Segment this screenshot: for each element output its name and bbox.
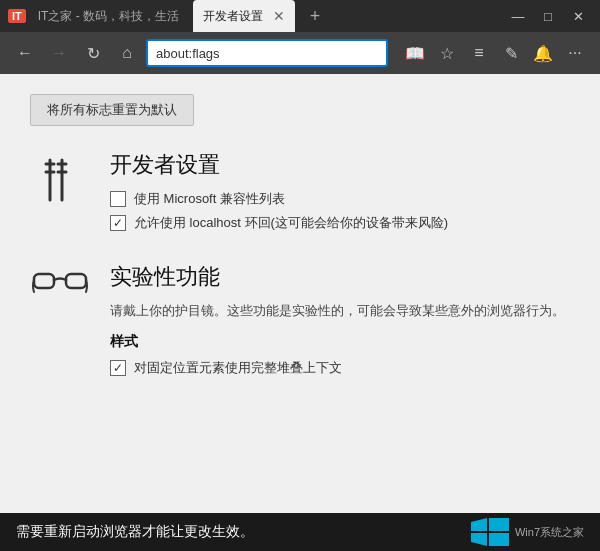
reset-flags-button[interactable]: 将所有标志重置为默认 bbox=[30, 94, 194, 126]
localhost-checkbox-row[interactable]: 允许使用 localhost 环回(这可能会给你的设备带来风险) bbox=[110, 214, 570, 232]
notes-button[interactable]: ✎ bbox=[496, 38, 526, 68]
back-button[interactable]: ← bbox=[10, 38, 40, 68]
active-tab[interactable]: 开发者设置 ✕ bbox=[193, 0, 295, 32]
inactive-tab[interactable]: IT之家 - 数码，科技，生活 bbox=[30, 0, 187, 32]
more-button[interactable]: ··· bbox=[560, 38, 590, 68]
compat-checkbox-row[interactable]: 使用 Microsoft 兼容性列表 bbox=[110, 190, 570, 208]
share-button[interactable]: 🔔 bbox=[528, 38, 558, 68]
nav-bar: ← → ↻ ⌂ about:flags 📖 ☆ ≡ ✎ 🔔 ··· bbox=[0, 32, 600, 74]
address-text: about:flags bbox=[156, 46, 220, 61]
favorites-button[interactable]: ☆ bbox=[432, 38, 462, 68]
address-bar[interactable]: about:flags bbox=[146, 39, 388, 67]
title-bar-left: IT IT之家 - 数码，科技，生活 bbox=[8, 0, 187, 32]
stack-checkbox[interactable] bbox=[110, 360, 126, 376]
svg-rect-7 bbox=[66, 274, 86, 288]
status-bar: 需要重新启动浏览器才能让更改生效。 Win7系统之家 bbox=[0, 513, 600, 551]
compat-checkbox-label: 使用 Microsoft 兼容性列表 bbox=[134, 190, 285, 208]
watermark-text: Win7系统之家 bbox=[515, 525, 584, 540]
svg-marker-9 bbox=[489, 518, 509, 531]
minimize-button[interactable]: — bbox=[504, 5, 532, 27]
status-text: 需要重新启动浏览器才能让更改生效。 bbox=[16, 523, 459, 541]
style-subsection-title: 样式 bbox=[110, 333, 570, 351]
svg-marker-10 bbox=[471, 533, 487, 546]
add-tab-button[interactable]: + bbox=[301, 2, 329, 30]
tab-close-icon[interactable]: ✕ bbox=[273, 8, 285, 24]
svg-marker-8 bbox=[471, 518, 487, 531]
goggles-icon bbox=[30, 262, 90, 383]
inactive-tab-label: IT之家 - 数码，科技，生活 bbox=[38, 8, 179, 25]
active-tab-label: 开发者设置 bbox=[203, 8, 263, 25]
stack-checkbox-label: 对固定位置元素使用完整堆叠上下文 bbox=[134, 359, 342, 377]
localhost-checkbox[interactable] bbox=[110, 215, 126, 231]
reading-view-button[interactable]: 📖 bbox=[400, 38, 430, 68]
svg-marker-11 bbox=[489, 533, 509, 546]
svg-rect-6 bbox=[34, 274, 54, 288]
close-button[interactable]: ✕ bbox=[564, 5, 592, 27]
wrench-icon bbox=[30, 150, 90, 238]
developer-section-content: 开发者设置 使用 Microsoft 兼容性列表 允许使用 localhost … bbox=[110, 150, 570, 238]
compat-checkbox[interactable] bbox=[110, 191, 126, 207]
hub-button[interactable]: ≡ bbox=[464, 38, 494, 68]
experimental-section: 实验性功能 请戴上你的护目镜。这些功能是实验性的，可能会导致某些意外的浏览器行为… bbox=[30, 262, 570, 383]
experimental-section-title: 实验性功能 bbox=[110, 262, 570, 292]
title-bar: IT IT之家 - 数码，科技，生活 开发者设置 ✕ + — □ ✕ bbox=[0, 0, 600, 32]
developer-section: 开发者设置 使用 Microsoft 兼容性列表 允许使用 localhost … bbox=[30, 150, 570, 238]
nav-right-buttons: 📖 ☆ ≡ ✎ 🔔 ··· bbox=[400, 38, 590, 68]
forward-button[interactable]: → bbox=[44, 38, 74, 68]
localhost-checkbox-label: 允许使用 localhost 环回(这可能会给你的设备带来风险) bbox=[134, 214, 448, 232]
refresh-button[interactable]: ↻ bbox=[78, 38, 108, 68]
watermark-logo: Win7系统之家 bbox=[471, 518, 584, 546]
it-badge: IT bbox=[8, 9, 26, 23]
stack-checkbox-row[interactable]: 对固定位置元素使用完整堆叠上下文 bbox=[110, 359, 570, 377]
content-area: 将所有标志重置为默认 开发者设置 使用 Microsoft 兼容性列表 允许使用 bbox=[0, 74, 600, 513]
maximize-button[interactable]: □ bbox=[534, 5, 562, 27]
experimental-section-desc: 请戴上你的护目镜。这些功能是实验性的，可能会导致某些意外的浏览器行为。 bbox=[110, 302, 570, 321]
developer-section-title: 开发者设置 bbox=[110, 150, 570, 180]
window-controls: — □ ✕ bbox=[504, 5, 592, 27]
home-button[interactable]: ⌂ bbox=[112, 38, 142, 68]
experimental-section-content: 实验性功能 请戴上你的护目镜。这些功能是实验性的，可能会导致某些意外的浏览器行为… bbox=[110, 262, 570, 383]
